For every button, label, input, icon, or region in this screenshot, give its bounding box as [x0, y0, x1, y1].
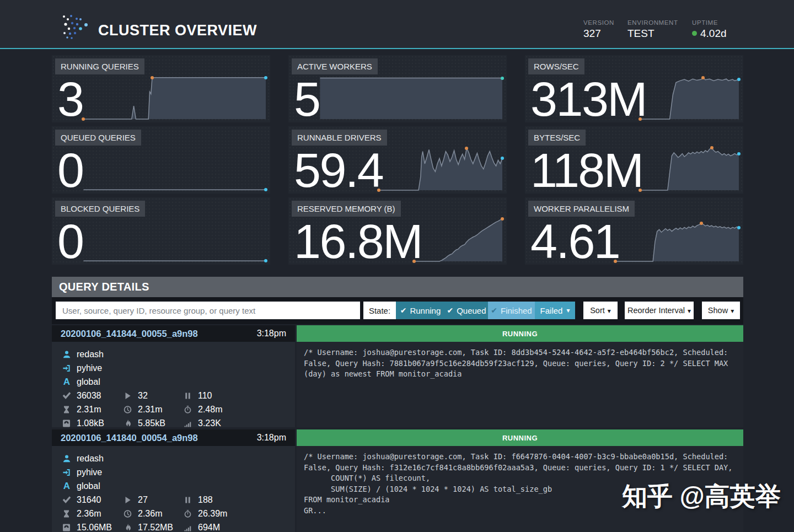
metric-value: 118M: [530, 146, 643, 195]
metric-sparkline: [56, 217, 266, 261]
query-id[interactable]: 20200106_141840_00054_a9n98: [61, 433, 198, 443]
page-title: CLUSTER OVERVIEW: [98, 22, 257, 39]
metric-sparkline: [56, 75, 266, 119]
caret-down-icon: ▾: [688, 307, 691, 315]
metric-tile-queued-queries: QUEUED QUERIES0: [52, 126, 270, 194]
query-resource-group: global: [77, 377, 100, 387]
caret-down-icon: ▾: [566, 307, 570, 314]
sparkline-marker-dot: [737, 78, 741, 81]
metric-sparkline: [56, 146, 266, 190]
resource-group-icon: A: [62, 481, 72, 492]
stat-splits-queued: 188: [198, 495, 213, 505]
bar-chart-icon: [183, 419, 192, 428]
stat-memory: 1.08kB: [77, 418, 104, 428]
header-stat-version: VERSION 327: [583, 19, 614, 40]
stat-peak-memory: 17.52MB: [138, 523, 173, 532]
search-input[interactable]: [56, 302, 360, 319]
metric-label: BYTES/SEC: [528, 130, 586, 146]
state-filter-group: State: ✔Running ✔Queued ✔Finished Failed…: [363, 302, 575, 319]
sparkline-marker-dot: [710, 146, 713, 149]
uptime-status-dot: [692, 31, 697, 36]
query-source: pyhive: [77, 467, 102, 477]
scale-icon: [62, 419, 71, 428]
header-stat-environment: ENVIRONMENT TEST: [627, 19, 678, 40]
sparkline-marker-dot: [151, 76, 154, 79]
stopwatch-icon: [183, 405, 192, 414]
query-row-detail: RUNNING /* Username: joshua@purestorage.…: [297, 325, 743, 427]
pause-icon: [183, 391, 192, 400]
metric-tile-running-queries: RUNNING QUERIES3: [52, 55, 270, 122]
app-logo-icon: [62, 12, 89, 40]
sparkline-marker-dot: [700, 222, 703, 225]
metric-label: RESERVED MEMORY (B): [292, 201, 401, 217]
stat-queued-time: 2.31m: [77, 405, 101, 415]
fire-icon: [123, 419, 132, 428]
sparkline-marker-dot: [501, 217, 504, 221]
app-header: CLUSTER OVERVIEW VERSION 327 ENVIRONMENT…: [0, 0, 794, 49]
metric-value: 59.4: [294, 146, 383, 195]
query-row-info[interactable]: 20200106_141844_00055_a9n98 3:18pm redas…: [52, 325, 295, 427]
check-icon: [62, 391, 71, 400]
caret-down-icon: ▾: [731, 307, 734, 315]
metric-sparkline: [293, 75, 502, 119]
sparkline-marker-dot: [501, 157, 504, 160]
clock-icon: [123, 405, 132, 414]
sparkline-marker-dot: [701, 76, 705, 79]
metric-label: WORKER PARALLELISM: [528, 201, 635, 217]
state-filter-failed[interactable]: Failed▾: [535, 302, 575, 319]
query-source: pyhive: [77, 363, 102, 373]
query-status-badge: RUNNING: [297, 325, 743, 342]
metric-tile-active-workers: ACTIVE WORKERS5: [288, 55, 507, 122]
scale-icon: [62, 523, 71, 532]
watermark: 知乎 @高英举: [622, 480, 781, 514]
hourglass-icon: [62, 405, 71, 414]
sort-dropdown[interactable]: Sort▾: [583, 302, 618, 319]
stat-splits-completed: 31640: [77, 495, 101, 505]
sparkline-marker-dot: [264, 76, 267, 79]
metric-tile-rows-sec: ROWS/SEC313M: [525, 55, 743, 122]
stat-peak-memory: 5.85kB: [138, 418, 165, 428]
query-resource-group: global: [77, 481, 100, 491]
metric-value: 16.8M: [294, 217, 422, 266]
metric-value: 4.61: [530, 217, 619, 266]
state-filter-queued[interactable]: ✔Queued: [445, 302, 488, 319]
stat-elapsed-time: 2.31m: [138, 405, 162, 415]
query-user: redash: [77, 454, 104, 464]
source-icon: [62, 364, 72, 373]
query-time: 3:18pm: [257, 433, 286, 443]
metric-value: 313M: [530, 75, 646, 123]
metric-tiles-grid: RUNNING QUERIES3ACTIVE WORKERS5ROWS/SEC3…: [52, 55, 743, 265]
header-stat-uptime: UPTIME 4.02d: [692, 19, 727, 40]
stat-elapsed-time: 2.36m: [138, 509, 162, 519]
user-icon: [62, 454, 72, 463]
query-id[interactable]: 20200106_141844_00055_a9n98: [61, 329, 198, 339]
source-icon: [62, 468, 72, 477]
caret-down-icon: ▾: [608, 307, 611, 315]
metric-value: 0: [57, 146, 83, 195]
metric-label: ACTIVE WORKERS: [292, 58, 378, 74]
state-filter-label: State:: [363, 302, 396, 319]
show-dropdown[interactable]: Show▾: [702, 302, 740, 319]
stat-cpu-time: 2.48m: [198, 405, 222, 415]
stat-rows: 694M: [198, 523, 220, 532]
metric-tile-blocked-queries: BLOCKED QUERIES0: [52, 197, 270, 265]
state-filter-running[interactable]: ✔Running: [396, 302, 445, 319]
check-icon: ✔: [400, 306, 407, 315]
reorder-interval-dropdown[interactable]: Reorder Interval▾: [625, 302, 694, 319]
check-icon: ✔: [447, 306, 453, 315]
sparkline-marker-dot: [264, 188, 267, 191]
query-details-header: QUERY DETAILS: [52, 277, 743, 297]
query-row-header: 20200106_141840_00054_a9n98 3:18pm: [52, 429, 295, 446]
resource-group-icon: A: [62, 377, 72, 388]
sparkline-marker-dot: [501, 77, 504, 80]
play-icon: [123, 496, 132, 504]
metric-label: RUNNING QUERIES: [55, 58, 144, 74]
metric-tile-runnable-drivers: RUNNABLE DRIVERS59.4: [288, 126, 507, 194]
query-row-info[interactable]: 20200106_141840_00054_a9n98 3:18pm redas…: [52, 429, 295, 532]
play-icon: [123, 391, 132, 400]
metric-tile-worker-parallelism: WORKER PARALLELISM4.61: [525, 197, 743, 265]
bar-chart-icon: [183, 523, 192, 532]
clock-icon: [123, 509, 132, 518]
metric-label: QUEUED QUERIES: [55, 130, 141, 146]
state-filter-finished[interactable]: ✔Finished: [488, 302, 535, 319]
